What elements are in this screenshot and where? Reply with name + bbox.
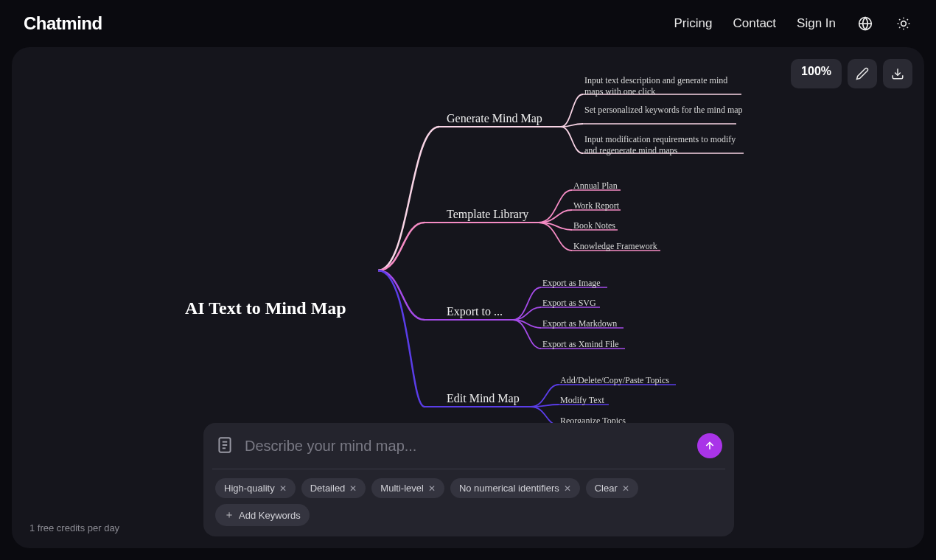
header: Chatmind Pricing Contact Sign In (0, 0, 936, 47)
close-icon[interactable]: ✕ (349, 483, 357, 494)
send-button[interactable] (697, 433, 722, 458)
document-icon[interactable] (215, 435, 236, 456)
close-icon[interactable]: ✕ (428, 483, 436, 494)
nav-contact[interactable]: Contact (733, 16, 776, 31)
branch-edit[interactable]: Edit Mind Map (447, 392, 520, 405)
credits-text: 1 free credits per day (29, 522, 119, 533)
nav-signin[interactable]: Sign In (797, 16, 836, 31)
input-panel: High-quality✕ Detailed✕ Multi-level✕ No … (203, 423, 734, 536)
svg-line-10 (907, 19, 908, 20)
keyword-chip[interactable]: Clear✕ (586, 478, 638, 498)
branch-export[interactable]: Export to ... (447, 305, 503, 318)
leaf-node[interactable]: Modify Text (560, 395, 604, 406)
svg-line-9 (899, 27, 900, 28)
leaf-node[interactable]: Export as Image (542, 278, 601, 289)
leaf-node[interactable]: Add/Delete/Copy/Paste Topics (560, 375, 669, 386)
leaf-node[interactable]: Input text description and generate mind… (584, 75, 743, 97)
leaf-node[interactable]: Work Report (573, 200, 619, 211)
globe-icon[interactable] (856, 15, 874, 32)
keyword-chip[interactable]: High-quality✕ (215, 478, 296, 498)
svg-point-2 (901, 21, 907, 27)
root-node[interactable]: AI Text to Mind Map (185, 298, 346, 318)
svg-line-6 (907, 27, 908, 28)
leaf-node[interactable]: Export as Xmind File (542, 339, 619, 350)
leaf-node[interactable]: Book Notes (573, 220, 615, 231)
prompt-input[interactable] (245, 438, 688, 455)
svg-line-5 (899, 19, 900, 20)
nav-pricing[interactable]: Pricing (674, 16, 713, 31)
branch-template[interactable]: Template Library (447, 208, 528, 221)
close-icon[interactable]: ✕ (279, 483, 287, 494)
leaf-node[interactable]: Export as Markdown (542, 318, 617, 329)
keyword-chip[interactable]: Detailed✕ (301, 478, 366, 498)
branch-generate[interactable]: Generate Mind Map (447, 112, 542, 125)
nav: Pricing Contact Sign In (674, 15, 913, 32)
leaf-node[interactable]: Input modification requirements to modif… (584, 134, 743, 156)
leaf-node[interactable]: Knowledge Framework (573, 241, 657, 252)
leaf-node[interactable]: Export as SVG (542, 298, 596, 309)
keyword-chip[interactable]: Multi-level✕ (371, 478, 444, 498)
logo[interactable]: Chatmind (24, 13, 102, 34)
divider (212, 469, 725, 469)
close-icon[interactable]: ✕ (622, 483, 629, 494)
sun-icon[interactable] (895, 15, 912, 32)
plus-icon: ＋ (224, 508, 234, 522)
close-icon[interactable]: ✕ (564, 483, 571, 494)
keyword-row: High-quality✕ Detailed✕ Multi-level✕ No … (215, 478, 722, 526)
add-keyword-button[interactable]: ＋Add Keywords (215, 504, 310, 526)
keyword-chip[interactable]: No numerical identifiers✕ (450, 478, 580, 498)
leaf-node[interactable]: Annual Plan (573, 181, 618, 192)
leaf-node[interactable]: Set personalized keywords for the mind m… (584, 105, 743, 116)
canvas: 100% (12, 47, 924, 548)
